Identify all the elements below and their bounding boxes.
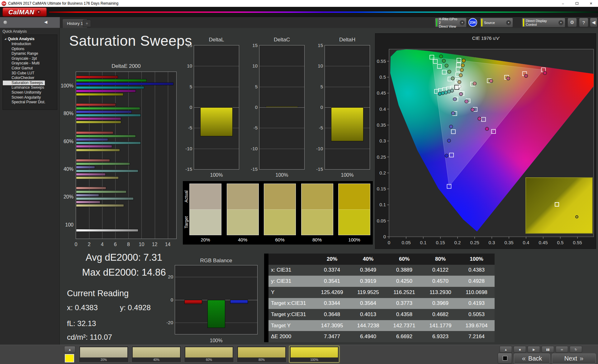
bar-cyan [76, 86, 144, 89]
calman-logo-menu[interactable]: CalMAN ▼ [2, 7, 47, 16]
panel-collapse-button[interactable]: ◀ [590, 18, 597, 27]
patch-button-60%[interactable]: 60% [184, 346, 234, 362]
table-corner-cell [268, 254, 314, 265]
page-title: Saturation Sweeps [69, 32, 192, 49]
back-button[interactable]: « Back [514, 353, 550, 364]
measured-point-blue [453, 97, 457, 101]
sidebar-item-options[interactable]: Options [3, 47, 57, 52]
table-left-strip [264, 276, 268, 287]
measured-point-magenta [465, 100, 468, 103]
patch-window-button[interactable]: ▲ [64, 346, 75, 353]
maximize-button[interactable] [570, 0, 584, 7]
sidebar-item-grayscale-2pt[interactable]: Grayscale - 2pt [3, 56, 57, 61]
sidebar-item-colorchecker[interactable]: ColorChecker [3, 76, 57, 81]
table-row: ΔE 20007.34776.49406.66926.93237.2164 [264, 331, 495, 342]
bar-yellow [76, 204, 124, 207]
bar-blue [76, 194, 99, 197]
table-cell: 0.4682 [422, 309, 458, 320]
measured-point-red [543, 71, 547, 75]
measured-point-green [439, 55, 443, 58]
svg-text:0.2: 0.2 [454, 240, 461, 245]
transport-stop-button[interactable]: ■ [514, 346, 526, 353]
group-label: 60% [56, 128, 74, 155]
sidebar-item-luminance-sweeps[interactable]: Luminance Sweeps [3, 85, 57, 90]
measured-point-cyan [444, 91, 448, 94]
close-button[interactable]: ✕ [584, 0, 598, 7]
tree-root-quick-analysis[interactable]: ◢ Quick Analysis [3, 36, 57, 42]
transport-pause-button[interactable]: ▮▮ [542, 346, 554, 353]
measured-point-red [506, 77, 510, 80]
display-status-bar [523, 19, 524, 26]
bar-cyan [76, 114, 141, 117]
sidebar-item-color-gamut[interactable]: Color Gamut [3, 66, 57, 71]
next-button[interactable]: Next » [552, 353, 596, 364]
minimize-button[interactable]: – [556, 0, 570, 7]
patch-button-80%[interactable]: 80% [237, 346, 287, 362]
stop-button[interactable] [498, 353, 512, 364]
patch-label: 20% [79, 358, 128, 362]
current-x-value: x: 0.4383 [67, 303, 98, 312]
sidebar-item-dynamic-range[interactable]: Dynamic Range [3, 51, 57, 56]
bar-green [76, 79, 147, 82]
bar-yellow [76, 93, 123, 96]
patch-label: 80% [237, 358, 286, 362]
pause-icon: ▮▮ [546, 348, 549, 351]
workflow-tree: ◢ Quick Analysis IntroductionOptionsDyna… [2, 35, 57, 110]
svg-text:0: 0 [388, 240, 390, 245]
table-cell: 0.3969 [422, 298, 458, 309]
workflow-dot-icon[interactable] [3, 20, 7, 25]
svg-text:0.5: 0.5 [557, 240, 564, 245]
refresh-icon: ↻ [575, 348, 577, 351]
current-cdm2-value: cd/m²: 110.07 [67, 333, 112, 342]
eject-icon: ▲ [504, 348, 507, 351]
meter-dropdown[interactable]: X-Rite i1Pro 2Direct View ▼ [435, 18, 467, 27]
chevron-down-icon: ▼ [558, 20, 563, 25]
measured-point-blue [447, 139, 451, 142]
bar-red [76, 76, 118, 78]
swatch-label: 20% [189, 237, 221, 242]
tab-add-button[interactable]: + [83, 20, 91, 27]
transport-refresh-button[interactable]: ↻ [570, 346, 582, 353]
transport-play-button[interactable]: ▶ [528, 346, 540, 353]
table-cell: 0.4013 [350, 309, 386, 320]
patch-color [238, 347, 285, 357]
patch-button-100%[interactable]: 100% [289, 346, 339, 362]
source-status-bar [481, 19, 482, 26]
table-row: Target y:CIE310.36480.40130.43580.46820.… [264, 309, 495, 320]
table-cell: 0.4383 [458, 265, 495, 276]
y-tick-label: 5 [313, 84, 323, 89]
patch-button-20%[interactable]: 20% [79, 346, 129, 362]
table-cell: 0.3374 [314, 265, 350, 276]
sidebar-item-3d-cube-lut[interactable]: 3D Cube LUT [3, 71, 57, 76]
sidebar-item-screen-angularity[interactable]: Screen Angularity [3, 95, 57, 100]
help-button[interactable]: ? [579, 18, 588, 27]
row-label: Target x:CIE31 [268, 298, 314, 309]
current-y-value: y: 0.4928 [120, 303, 151, 312]
sidebar-item-spectral-power-dist[interactable]: Spectral Power Dist. [3, 100, 57, 105]
patch-button-40%[interactable]: 40% [131, 346, 181, 362]
settings-button[interactable]: ⚙ [567, 18, 577, 27]
y-tick-label: -10 [313, 146, 323, 151]
rgb-balance-title: RGB Balance [175, 258, 258, 264]
table-cell: 7.2164 [458, 331, 495, 342]
sidebar-collapse-icon[interactable]: ◀ [44, 20, 47, 24]
source-dropdown[interactable]: Source ▼ [480, 18, 513, 27]
x-tick-label: 0 [71, 242, 81, 247]
gridline [168, 72, 168, 239]
sidebar-item-screen-uniformity[interactable]: Screen Uniformity [3, 90, 57, 95]
measured-point-green [448, 70, 451, 73]
transport-eject-button[interactable]: ▲ [500, 346, 512, 353]
svg-text:0.1: 0.1 [420, 240, 427, 245]
display-control-dropdown[interactable]: Direct Display Control ▼ [522, 18, 565, 27]
sidebar-item-grayscale-multi[interactable]: Grayscale - Multi [3, 61, 57, 66]
table-cell: 110.0698 [458, 287, 495, 298]
sidebar-item-saturation-sweeps[interactable]: Saturation Sweeps [3, 81, 45, 86]
y-tick-label: 10 [313, 63, 323, 68]
bar-magenta [76, 117, 121, 120]
meter-count-badge[interactable]: 234 [468, 18, 477, 27]
sidebar-item-introduction[interactable]: Introduction [3, 42, 57, 47]
transport-loop-button[interactable]: ∞ [556, 346, 568, 353]
table-cell: 142.7371 [386, 320, 422, 331]
table-left-strip [264, 309, 268, 320]
app-icon: CM [2, 1, 6, 6]
